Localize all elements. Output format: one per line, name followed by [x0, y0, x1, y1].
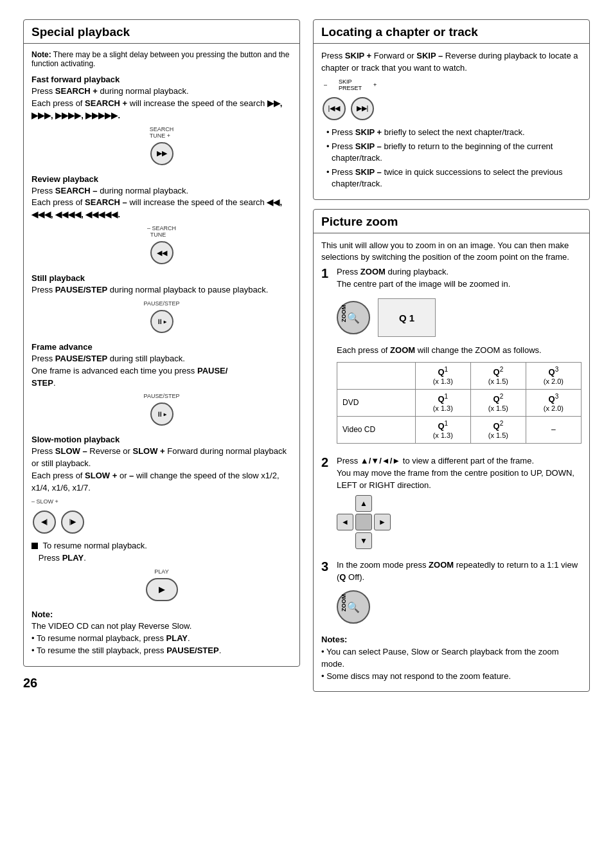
ff-icon: ▶▶ [157, 149, 167, 158]
note-body: There may be a slight delay between you … [31, 50, 289, 68]
step3-number: 3 [321, 559, 333, 574]
slow-plus-icon: |▶ [69, 518, 76, 526]
step3-text: In the zoom mode press ZOOM repeatedly t… [337, 559, 582, 584]
fast-forward-title: Fast forward playback [31, 75, 292, 84]
special-playback-title: Special playback [24, 20, 299, 44]
slow-notes: Note: The VIDEO CD can not play Reverse … [31, 609, 292, 657]
locating-title: Locating a chapter or track [314, 20, 589, 44]
rev-arrows: ◀◀, ◀◀◀, ◀◀◀◀, ◀◀◀◀◀. [31, 197, 282, 219]
skip-next-icon: ▶▶| [357, 104, 369, 113]
step1-text: Press ZOOM during playback. The centre p… [337, 266, 582, 291]
resume-bold: PLAY [62, 553, 84, 563]
nav-cross: ▲ ▼ ◄ ► [337, 495, 391, 549]
slow-minus-icon: ◀| [41, 518, 48, 526]
q1-label: Q 1 [399, 312, 414, 323]
ff-label-above: SEARCHTUNE + [150, 126, 174, 139]
zoom-vcd-q2: Q2(x 1.5) [470, 416, 526, 443]
still-label-above: PAUSE/STEP [144, 300, 180, 307]
zoom-magnify-icon: 🔍 [347, 312, 360, 324]
locating-intro: Press SKIP + Forward or SKIP – Reverse d… [321, 50, 582, 75]
rev-bold2: SEARCH – [85, 197, 127, 207]
step1-each-press: Each press of ZOOM will change the ZOOM … [337, 345, 582, 357]
step1-zoom-bold: ZOOM [390, 345, 415, 355]
still-title: Still playback [31, 273, 292, 283]
step1-content: Press ZOOM during playback. The centre p… [337, 266, 582, 449]
picture-zoom-section: Picture zoom This unit will allow you to… [313, 209, 590, 692]
skip-minus-label: – [324, 82, 327, 88]
nav-left-btn: ◄ [337, 514, 353, 530]
skip-next-button: ▶▶| [351, 97, 374, 120]
zoom-dvd-q2: Q2(x 1.5) [470, 389, 526, 416]
review-text: Press SEARCH – during normal playback. E… [31, 185, 292, 222]
play-label: PLAY [154, 568, 168, 575]
resume-text: To resume normal playback. Press PLAY. [31, 540, 292, 565]
step3-content: In the zoom mode press ZOOM repeatedly t… [337, 559, 582, 628]
zoom-col-media [337, 362, 416, 389]
frame-icon: ⏸▶ [156, 410, 167, 418]
rev-bold1: SEARCH – [55, 186, 98, 195]
zoom-notes: Notes: • You can select Pause, Slow or S… [321, 634, 582, 682]
zoom-step-3: 3 In the zoom mode press ZOOM repeatedly… [321, 559, 582, 628]
zoom-col-q1-header: Q1(x 1.3) [415, 362, 470, 389]
frame-text: Press PAUSE/STEP during still playback. … [31, 353, 292, 390]
still-bold1: PAUSE/STEP [55, 285, 107, 294]
slow-plus-button: |▶ [61, 511, 84, 534]
step1-number: 1 [321, 266, 333, 281]
zoom-vcd-q1: Q1(x 1.3) [415, 416, 470, 443]
play-btn-label: PLAY ▶ [31, 568, 292, 604]
review-title: Review playback [31, 174, 292, 184]
zoom-text-label-3: ZOOM [341, 594, 347, 611]
zoom-step-2: 2 Press ▲/▼/◄/► to view a different part… [321, 455, 582, 554]
slow-bold1: SLOW – [55, 446, 87, 456]
slow-bold3: SLOW + [85, 471, 117, 480]
frame-button: ⏸▶ [150, 402, 173, 426]
zoom-col-q2-header: Q2(x 1.5) [470, 362, 526, 389]
nav-up-btn: ▲ [355, 495, 372, 512]
zoom-title: Picture zoom [314, 210, 589, 233]
zoom-table-vcd-row: Video CD Q1(x 1.3) Q2(x 1.5) – [337, 416, 582, 443]
zoom-magnify-icon-3: 🔍 [347, 601, 360, 613]
fast-forward-text: Press SEARCH + during normal playback. E… [31, 86, 292, 122]
locating-bullet-3: Press SKIP – twice in quick successions … [326, 167, 582, 190]
zoom-table-dvd-row: DVD Q1(x 1.3) Q2(x 1.5) Q3(x 2.0) [337, 389, 582, 416]
slow-bold4: – [129, 471, 134, 480]
still-button-group: PAUSE/STEP ⏸▶ [31, 300, 292, 336]
still-button: ⏸▶ [150, 310, 173, 333]
zoom-step-1: 1 Press ZOOM during playback. The centre… [321, 266, 582, 449]
zoom-col-q3-header: Q3(x 2.0) [526, 362, 581, 389]
skip-preset-label: SKIPPRESET [339, 78, 362, 91]
special-playback-note: Note: There may be a slight delay betwee… [31, 50, 292, 68]
ff-arrows: ▶▶, ▶▶▶, ▶▶▶▶, ▶▶▶▶▶. [31, 98, 282, 120]
locating-bullet-1: Press SKIP + briefly to select the next … [326, 127, 582, 138]
review-icon: ◀◀ [157, 249, 167, 257]
black-square-icon [31, 543, 38, 549]
ff-bold1: SEARCH + [55, 86, 98, 96]
loc-b2-bold: SKIP – [355, 141, 382, 151]
skip-button-group: – SKIPPRESET + |◀◀ ▶▶| [321, 78, 582, 123]
note-bold: Note: [31, 50, 51, 59]
step3-q-icon: Q [339, 572, 346, 582]
left-column: Special playback Note: There may be a sl… [23, 19, 300, 701]
zoom-dvd-q3: Q3(x 2.0) [526, 389, 581, 416]
slow-bold2: SLOW + [133, 446, 165, 456]
ff-bold2: SEARCH + [85, 98, 127, 108]
step1-bold: ZOOM [360, 267, 386, 276]
ff-button: ▶▶ [150, 142, 173, 165]
skip-prev-button: |◀◀ [323, 97, 346, 120]
loc-b1-bold: SKIP + [355, 127, 382, 137]
locating-section: Locating a chapter or track Press SKIP +… [313, 19, 590, 200]
step1-visuals: ZOOM 🔍 Q 1 [337, 294, 582, 341]
special-playback-section: Special playback Note: There may be a sl… [23, 19, 300, 667]
zoom-vcd-label: Video CD [337, 416, 416, 443]
right-column: Locating a chapter or track Press SKIP +… [313, 19, 590, 701]
zoom-circle-icon: ZOOM 🔍 [337, 301, 370, 334]
locating-bullet-2: Press SKIP – briefly to return to the be… [326, 141, 582, 164]
play-button: ▶ [146, 578, 178, 601]
skip-plus-label-text: + [373, 82, 377, 88]
slow-title: Slow-motion playback [31, 435, 292, 444]
step3-bold: ZOOM [429, 560, 454, 570]
zoom-preview: Q 1 [378, 298, 436, 337]
zoom-table: Q1(x 1.3) Q2(x 1.5) Q3(x 2.0) DVD Q1(x 1… [337, 362, 582, 444]
loc-bold2: SKIP – [416, 51, 443, 60]
loc-bold1: SKIP + [345, 51, 371, 60]
